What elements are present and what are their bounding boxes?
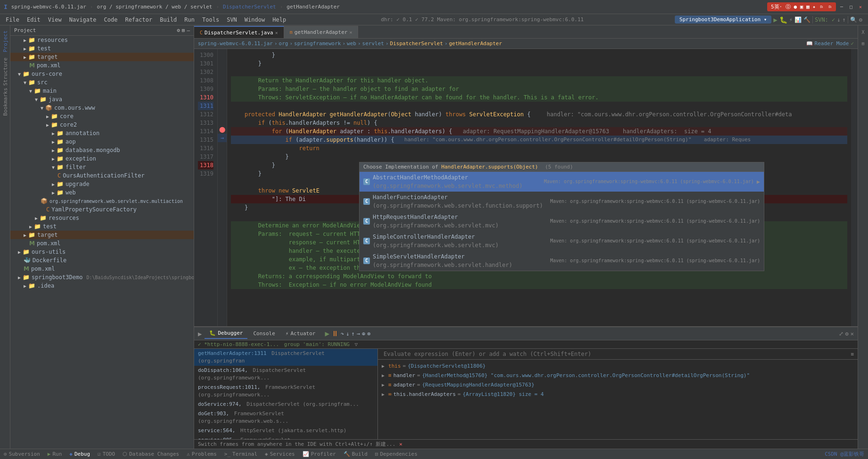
tab-close-handler[interactable]: ✕ [349, 30, 352, 35]
tree-upgrade[interactable]: ▶ 📁 upgrade [10, 180, 194, 188]
right-tab-2[interactable]: ⊞ [859, 39, 868, 48]
tree-dockerfile[interactable]: 🐳 Dockerfile [10, 256, 194, 265]
tree-idea[interactable]: ▶ 📁 .idea [10, 282, 194, 290]
sidebar-collapse-icon[interactable]: – [187, 27, 190, 33]
tree-src[interactable]: ▼ 📁 src [10, 78, 194, 87]
status-db-changes[interactable]: ⬡ Database Changes [123, 451, 179, 457]
menu-help[interactable]: Help [269, 14, 290, 25]
status-dependencies[interactable]: ⊡ Dependencies [375, 451, 418, 457]
sidebar-layout-icon[interactable]: ⊞ [182, 27, 185, 33]
menu-view[interactable]: View [44, 14, 66, 25]
tree-mongodb[interactable]: ▶ 📁 database.mongodb [10, 146, 194, 154]
tab-get-handler[interactable]: m getHandlerAdapter ✕ [284, 26, 359, 38]
code-editor[interactable]: 1300 1301 1302 1308 1309 1310 1311 1312 … [194, 49, 858, 326]
tree-aop[interactable]: ▶ 📁 aop [10, 137, 194, 146]
bookmarks-tab[interactable]: Bookmarks [0, 88, 10, 116]
status-todo[interactable]: ☑ TODO [98, 451, 115, 457]
debug-run-to-cursor-icon[interactable]: → [357, 330, 360, 337]
debug-var-adapter[interactable]: ▶ ≡ adapter = {RequestMappingHandlerAdap… [380, 380, 856, 390]
status-build[interactable]: 🔨 Build [344, 451, 368, 457]
debug-frame-4[interactable]: doService:974, DispatcherServlet (org.sp… [194, 400, 377, 409]
debug-frame-3[interactable]: processRequest:1011, FrameworkServlet (o… [194, 383, 377, 400]
tree-exception[interactable]: ▶ 📁 exception [10, 154, 194, 163]
tree-resources[interactable]: ▶ 📁 resources [10, 36, 194, 44]
debug-filter-icon[interactable]: ▽ [355, 341, 358, 347]
debug-var-handleradapters[interactable]: ▶ ∞ this.handlerAdapters = {ArrayList@11… [380, 390, 856, 399]
tree-core[interactable]: ▶ 📁 core [10, 112, 194, 121]
debug-tab-debugger[interactable]: 🐛 Debugger [205, 328, 247, 339]
right-tab-1[interactable]: X [859, 27, 868, 37]
run-config-selector[interactable]: Springboot3DemoApplication ▾ [675, 16, 771, 24]
tree-pom2[interactable]: 𝗠 pom.xml [10, 239, 194, 248]
debug-step-into-icon[interactable]: ↓ [346, 330, 349, 337]
debug-tab-actuator[interactable]: ⚡ Actuator [281, 329, 320, 338]
bc-org[interactable]: org [279, 40, 288, 47]
autocomplete-item-simple-servlet[interactable]: C SimpleServletHandlerAdapter (org.sprin… [360, 251, 764, 271]
tree-ours-utils[interactable]: ▶ 📁 ours-utils [10, 248, 194, 256]
debug-settings-icon[interactable]: ⚙ [845, 330, 849, 337]
autocomplete-item-http-request[interactable]: C HttpRequestHandlerAdapter (org.springf… [360, 211, 764, 231]
menu-code[interactable]: Code [100, 14, 122, 25]
tree-servlet-mvc[interactable]: 📦 org.springframework.web.servlet.mvc.mu… [10, 197, 194, 205]
tree-springboot3demo[interactable]: ▶ 📁 springboot3Demo D:\BaiduSyncdisk\Ide… [10, 273, 194, 282]
profiler-toolbar-button[interactable]: 📊 [794, 16, 802, 23]
tree-test2[interactable]: ▶ 📁 test [10, 222, 194, 231]
status-terminal[interactable]: >_ Terminal [224, 451, 257, 457]
svn-commit[interactable]: ↑ [843, 16, 846, 23]
debug-resume-icon[interactable]: ▶ [325, 329, 329, 338]
autocomplete-popup[interactable]: Choose Implementation of HandlerAdapter.… [359, 162, 764, 271]
status-subversion[interactable]: ⊙ Subversion [4, 451, 40, 457]
tree-core2[interactable]: ▶ 📁 core2 [10, 121, 194, 129]
tree-pom1[interactable]: 𝗠 pom.xml [10, 61, 194, 70]
tree-main[interactable]: ▼ 📁 main [10, 87, 194, 95]
status-services[interactable]: ◈ Services [265, 451, 295, 457]
debug-mute-icon[interactable]: ⊗ [367, 330, 370, 337]
svn-update[interactable]: ↓ [837, 16, 840, 23]
tree-annotation[interactable]: ▶ 📁 annotation [10, 129, 194, 137]
debug-frame-1[interactable]: getHandlerAdapter:1311 DispatcherServlet… [194, 349, 377, 366]
tree-web[interactable]: ▶ 📁 web [10, 188, 194, 197]
debug-play-icon[interactable]: ▶ [198, 330, 202, 338]
autocomplete-item-handler-func[interactable]: C HandlerFunctionAdapter (org.springfram… [360, 192, 764, 211]
bc-dispatcher[interactable]: DispatcherServlet [390, 40, 443, 47]
menu-svn[interactable]: SVN [223, 14, 241, 25]
restore-button[interactable]: □ [847, 3, 855, 11]
autocomplete-item-simple-ctrl[interactable]: C SimpleControllerHandlerAdapter (org.sp… [360, 231, 764, 251]
status-run[interactable]: ▶ Run [48, 451, 62, 457]
debug-frame-6[interactable]: service:564, HttpServlet (jakarta.servle… [194, 426, 377, 435]
project-tab[interactable]: Project [0, 27, 10, 56]
tree-resources2[interactable]: ▶ 📁 resources [10, 214, 194, 222]
menu-navigate[interactable]: Navigate [66, 14, 100, 25]
search-everywhere[interactable]: 🔍 [850, 16, 857, 23]
tree-target2[interactable]: ▶ 📁 target [10, 231, 194, 239]
bc-gethandler[interactable]: getHandlerAdapter [449, 40, 502, 47]
debug-frame-7[interactable]: service:885, FrameworkServlet (org.sprin… [194, 435, 377, 439]
debug-step-out-icon[interactable]: ↑ [352, 330, 355, 337]
menu-tools[interactable]: Tools [198, 14, 223, 25]
menu-window[interactable]: Window [241, 14, 269, 25]
var-expand-handler[interactable]: ▶ [382, 371, 385, 380]
debug-var-handler[interactable]: ▶ ≡ handler = {HandlerMethod@15760} "com… [380, 371, 856, 380]
debug-eval-icon[interactable]: ⊕ [362, 330, 365, 337]
tab-dispatcher-servlet[interactable]: C DispatcherServlet.java ✕ [194, 26, 284, 38]
tree-com-ours-www[interactable]: ▼ 📦 com.ours.www [10, 104, 194, 112]
menu-refactor[interactable]: Refactor [121, 14, 156, 25]
tree-test[interactable]: ▶ 📁 test [10, 44, 194, 53]
var-expand-adapter[interactable]: ▶ [382, 381, 385, 389]
bc-web[interactable]: web [347, 40, 356, 47]
tab-close-dispatcher[interactable]: ✕ [275, 30, 278, 35]
debug-table-icon[interactable]: ≡ [851, 351, 854, 357]
debug-frame-5[interactable]: doGet:903, FrameworkServlet (org.springf… [194, 409, 377, 426]
bc-servlet[interactable]: servlet [362, 40, 384, 47]
debug-maximize-icon[interactable]: ⤢ [839, 330, 843, 337]
build-button[interactable]: 🔨 [803, 16, 811, 23]
debug-step-over-icon[interactable]: ↷ [341, 330, 344, 337]
settings-button[interactable]: ⚙ [859, 16, 862, 23]
tree-java[interactable]: ▼ 📁 java [10, 95, 194, 104]
reader-mode-button[interactable]: 📖 Reader Mode ✓ [806, 40, 854, 47]
structure-tab[interactable]: Structure [0, 57, 10, 86]
bc-springframework[interactable]: springframework [294, 40, 341, 47]
sidebar-gear-icon[interactable]: ⚙ [177, 27, 180, 33]
minimize-button[interactable]: ─ [838, 3, 845, 11]
tree-yaml-factory[interactable]: C YamlPropertySourceFactory [10, 205, 194, 214]
